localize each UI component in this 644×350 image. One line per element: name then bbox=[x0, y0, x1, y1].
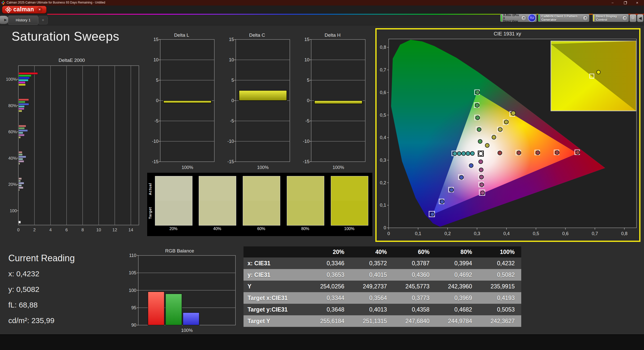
table-cell: 0,4193 bbox=[479, 292, 521, 304]
svg-text:60%: 60% bbox=[8, 129, 17, 134]
svg-text:105: 105 bbox=[129, 270, 136, 275]
svg-text:0,2: 0,2 bbox=[380, 180, 386, 185]
measurement-point bbox=[450, 188, 454, 192]
svg-text:5: 5 bbox=[231, 78, 234, 83]
restore-icon bbox=[624, 2, 627, 4]
table-cell: 0,3648 bbox=[308, 304, 351, 315]
add-tab-button[interactable]: + bbox=[38, 16, 48, 24]
actual-row-label: Actual bbox=[148, 178, 154, 200]
measurement-point bbox=[536, 151, 540, 155]
pattern-generator-dropdown[interactable]: CalMAN Client 3 Pattern Generator ▼ bbox=[538, 14, 589, 22]
column-header: 80% bbox=[436, 246, 478, 257]
deltae-bar bbox=[19, 72, 38, 74]
current-reading-line: cd/m²: 235,99 bbox=[8, 316, 54, 325]
svg-text:5: 5 bbox=[156, 78, 158, 83]
table-row: Target y:CIE310,36480,40130,43580,46820,… bbox=[244, 304, 521, 315]
display-control-dropdown[interactable]: Direct Display Control ▼ bbox=[592, 14, 629, 22]
swatch-60% bbox=[243, 176, 280, 226]
column-header: 20% bbox=[308, 246, 351, 257]
deltae-bar bbox=[19, 187, 23, 189]
svg-text:0: 0 bbox=[307, 98, 309, 103]
measurement-point bbox=[469, 163, 473, 167]
current-reading-title: Current Reading bbox=[8, 253, 75, 264]
svg-text:CIE 1931 xy: CIE 1931 xy bbox=[494, 31, 521, 36]
current-reading-line: fL: 68,88 bbox=[8, 301, 38, 309]
deltae-bar bbox=[19, 154, 23, 156]
window-title: Calman 2025 Calman Ultimate for Business… bbox=[7, 1, 105, 4]
svg-text:15: 15 bbox=[153, 37, 158, 42]
deltae-bar bbox=[19, 129, 28, 132]
svg-text:0: 0 bbox=[156, 98, 158, 103]
deltae-bar bbox=[19, 106, 25, 108]
table-cell: 0,4358 bbox=[393, 304, 436, 315]
measurement-point bbox=[481, 191, 485, 195]
settings-button[interactable]: ⚙ bbox=[629, 14, 636, 22]
panel-toggle-button[interactable]: ▶ bbox=[0, 16, 9, 24]
measurement-point bbox=[475, 103, 479, 107]
close-button[interactable]: × bbox=[633, 1, 641, 5]
meter-status-bar bbox=[501, 15, 502, 21]
calman-dropdown-arrow-icon[interactable]: ▼ bbox=[37, 7, 42, 12]
row-label: x: CIE31 bbox=[244, 257, 308, 269]
display-status-bar bbox=[593, 15, 594, 21]
table-cell: 242,3627 bbox=[479, 315, 521, 327]
deltae2000-chart: DeltaE 200002468101214100%80%60%40%20%10… bbox=[5, 57, 142, 236]
table-cell: 0,5082 bbox=[479, 269, 521, 281]
svg-text:110: 110 bbox=[129, 253, 136, 258]
table-cell: 0,4013 bbox=[351, 304, 393, 315]
svg-text:0,5: 0,5 bbox=[380, 113, 386, 118]
calman-menu-button[interactable]: calman ▼ bbox=[2, 6, 47, 14]
deltae-bar bbox=[19, 79, 28, 81]
measurement-point bbox=[479, 160, 483, 164]
svg-text:12: 12 bbox=[112, 228, 117, 232]
display-dropdown-arrow-icon[interactable]: ▼ bbox=[622, 15, 628, 21]
svg-text:10: 10 bbox=[229, 57, 234, 62]
swatch-label: 20% bbox=[155, 227, 192, 231]
table-cell: 0,3564 bbox=[351, 292, 393, 304]
svg-text:14: 14 bbox=[129, 228, 133, 232]
current-reading-line: y: 0,5082 bbox=[8, 285, 39, 294]
cie-1931-panel: CIE 1931 xy000,10,10,20,20,30,30,40,40,5… bbox=[375, 28, 640, 242]
swatch-label: 80% bbox=[287, 227, 324, 231]
swatch-80% bbox=[287, 176, 324, 226]
deltae-bar bbox=[19, 158, 23, 160]
row-label: Target y:CIE31 bbox=[244, 304, 308, 315]
delta-l-chart: Delta L151050-5-10-15100% bbox=[145, 32, 220, 172]
meter-dropdown-arrow-icon[interactable]: ▼ bbox=[521, 15, 527, 21]
collapse-toolbar-button[interactable]: ◀ bbox=[637, 14, 643, 22]
svg-text:0: 0 bbox=[384, 225, 386, 230]
svg-text:0,3: 0,3 bbox=[474, 231, 480, 236]
svg-text:0,1: 0,1 bbox=[380, 203, 386, 208]
deltae-bar bbox=[19, 156, 26, 158]
table-cell: 0,3969 bbox=[436, 292, 478, 304]
svg-text:Delta L: Delta L bbox=[174, 32, 189, 38]
tab-history-1[interactable]: History 1 bbox=[8, 16, 38, 25]
svg-text:100: 100 bbox=[10, 208, 17, 213]
svg-text:15: 15 bbox=[304, 37, 309, 42]
deltae-bar bbox=[19, 81, 25, 83]
inset-measurement-point bbox=[597, 70, 600, 74]
deltae-bar bbox=[19, 103, 29, 105]
swatch-label: 40% bbox=[199, 227, 236, 231]
svg-text:-15: -15 bbox=[152, 159, 158, 164]
svg-text:-10: -10 bbox=[152, 139, 158, 144]
swatch-label: 100% bbox=[331, 227, 368, 231]
pattern-dropdown-arrow-icon[interactable]: ▼ bbox=[583, 15, 588, 21]
svg-text:-15: -15 bbox=[227, 159, 234, 164]
meter-badge: 712 bbox=[528, 14, 536, 22]
minimize-button[interactable]: – bbox=[609, 1, 616, 5]
svg-text:0,4: 0,4 bbox=[503, 231, 510, 236]
meter-dropdown[interactable]: X-Rite i1Pro 3Direct View ▼ 712 bbox=[500, 14, 537, 22]
measurement-point bbox=[485, 143, 489, 147]
measurement-point bbox=[511, 111, 516, 115]
deltae-bar bbox=[19, 180, 21, 182]
page-title: Saturation Sweeps bbox=[12, 29, 119, 44]
deltae-bar bbox=[19, 77, 30, 79]
deltae-bar bbox=[19, 189, 20, 191]
measurement-point bbox=[498, 127, 502, 132]
measurement-table: 20%40%60%80%100%x: CIE310,33460,35720,37… bbox=[244, 246, 521, 327]
restore-button[interactable] bbox=[621, 1, 629, 5]
svg-text:10: 10 bbox=[96, 228, 101, 232]
svg-text:RGB Balance: RGB Balance bbox=[165, 248, 194, 253]
table-row: x: CIE310,33460,35720,37870,39940,4232 bbox=[244, 257, 521, 269]
